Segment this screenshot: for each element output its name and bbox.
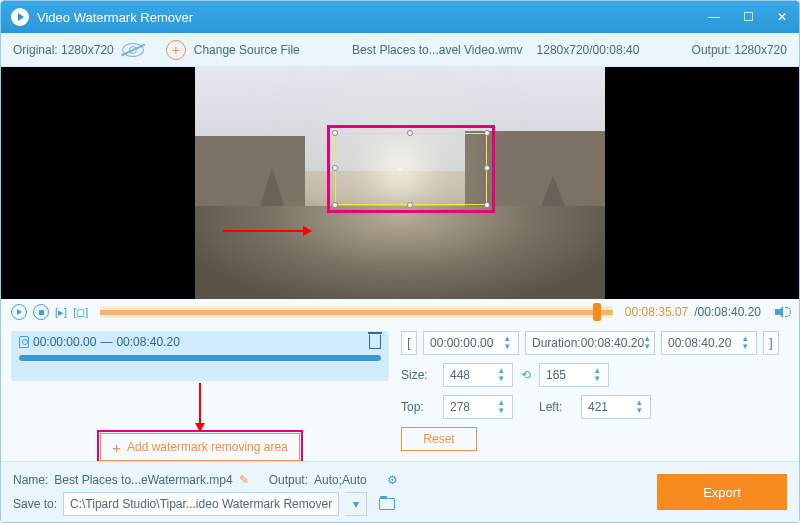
- bottom-bar: Name: Best Places to...eWatermark.mp4 ✎ …: [1, 461, 799, 522]
- output-name: Best Places to...eWatermark.mp4: [54, 473, 232, 487]
- plus-icon: +: [112, 439, 121, 456]
- segment-range-bar[interactable]: [19, 355, 381, 361]
- name-label: Name:: [13, 473, 48, 487]
- total-time: /00:08:40.20: [694, 305, 761, 319]
- output-size-label: Output: 1280x720: [692, 43, 787, 57]
- playhead-icon[interactable]: [593, 303, 601, 321]
- change-source-button[interactable]: Change Source File: [194, 43, 300, 57]
- title-bar: Video Watermark Remover — ☐ ✕: [1, 1, 799, 33]
- watermark-selection[interactable]: [335, 133, 487, 205]
- app-title: Video Watermark Remover: [37, 10, 193, 25]
- start-time-field[interactable]: 00:00:00.00▴▾: [423, 331, 519, 355]
- play-button[interactable]: [11, 304, 27, 320]
- set-start-button[interactable]: [▸]: [55, 306, 67, 319]
- source-filename: Best Places to...avel Video.wmv: [352, 43, 523, 57]
- delete-segment-icon[interactable]: [369, 335, 381, 349]
- maximize-button[interactable]: ☐: [741, 10, 755, 24]
- top-label: Top:: [401, 400, 437, 414]
- preview-area: [1, 67, 799, 299]
- close-button[interactable]: ✕: [775, 10, 789, 24]
- current-time: 00:08:35.07: [625, 305, 688, 319]
- output-profile: Auto;Auto: [314, 473, 367, 487]
- source-fileinfo: 1280x720/00:08:40: [537, 43, 640, 57]
- app-logo-icon: [11, 8, 29, 26]
- annotation-arrow-icon: [199, 383, 201, 431]
- save-to-label: Save to:: [13, 497, 57, 511]
- annotation-arrow-icon: [223, 230, 311, 232]
- stop-button[interactable]: [33, 304, 49, 320]
- set-end-button[interactable]: [◻]: [73, 306, 88, 319]
- size-label: Size:: [401, 368, 437, 382]
- playback-controls: [▸] [◻] 00:08:35.07/00:08:40.20: [1, 299, 799, 325]
- preview-toggle-icon[interactable]: [122, 43, 144, 57]
- height-field[interactable]: 165▴▾: [539, 363, 609, 387]
- reset-button[interactable]: Reset: [401, 427, 477, 451]
- minimize-button[interactable]: —: [707, 10, 721, 24]
- export-button[interactable]: Export: [657, 474, 787, 510]
- left-label: Left:: [539, 400, 575, 414]
- timeline-slider[interactable]: [100, 306, 613, 318]
- left-field[interactable]: 421▴▾: [581, 395, 651, 419]
- add-source-icon[interactable]: +: [166, 40, 186, 60]
- duration-field[interactable]: Duration:00:08:40.20▴▾: [525, 331, 655, 355]
- bracket-start-button[interactable]: [: [401, 331, 417, 355]
- link-aspect-icon[interactable]: ⟲: [519, 368, 533, 382]
- output-label: Output:: [269, 473, 308, 487]
- parameters-panel: [ 00:00:00.00▴▾ Duration:00:08:40.20▴▾ 0…: [401, 331, 789, 453]
- open-folder-icon[interactable]: [379, 498, 395, 510]
- video-frame[interactable]: [195, 67, 605, 299]
- bracket-end-button[interactable]: ]: [763, 331, 779, 355]
- path-dropdown-icon[interactable]: ▾: [345, 492, 367, 516]
- top-field[interactable]: 278▴▾: [443, 395, 513, 419]
- volume-icon[interactable]: [775, 306, 789, 318]
- edit-name-icon[interactable]: ✎: [239, 473, 249, 487]
- width-field[interactable]: 448▴▾: [443, 363, 513, 387]
- segment-end: 00:08:40.20: [116, 335, 179, 349]
- add-watermark-area-button[interactable]: + Add watermark removing area: [100, 433, 300, 461]
- settings-icon[interactable]: ⚙: [387, 473, 398, 487]
- end-time-field[interactable]: 00:08:40.20▴▾: [661, 331, 757, 355]
- original-size-label: Original: 1280x720: [13, 43, 114, 57]
- segment-icon: [19, 336, 29, 348]
- segments-panel: 00:00:00.00 — 00:08:40.20 + Add watermar…: [11, 331, 389, 453]
- segment-item[interactable]: 00:00:00.00 — 00:08:40.20: [11, 331, 389, 381]
- segment-start: 00:00:00.00: [33, 335, 96, 349]
- toolbar: Original: 1280x720 + Change Source File …: [1, 33, 799, 67]
- save-path-field[interactable]: C:\Tipard Studio\Tipar...ideo Watermark …: [63, 492, 339, 516]
